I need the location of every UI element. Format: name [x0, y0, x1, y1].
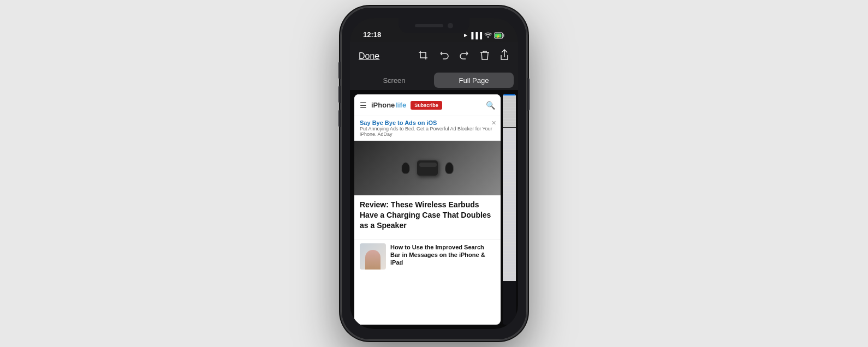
- small-thumbnail: [360, 243, 386, 270]
- svg-rect-1: [503, 34, 504, 37]
- delete-icon[interactable]: [480, 50, 490, 63]
- toolbar-icons: [418, 49, 509, 64]
- battery-icon: ⚡: [494, 32, 505, 39]
- hamburger-icon[interactable]: ☰: [360, 101, 367, 110]
- article-preview: ☰ iPhone life Subscribe 🔍 Say Bye Bye to…: [354, 94, 501, 325]
- ad-close-icon[interactable]: ✕: [491, 119, 496, 127]
- logo-life: life: [396, 101, 406, 109]
- tabs-bar: Screen Full Page: [350, 70, 518, 90]
- earbud-case: [417, 160, 438, 176]
- sidebar-thumb-content-2: [503, 128, 516, 281]
- sidebar-thumb-bottom: [503, 128, 516, 281]
- ad-title: Say Bye Bye to Ads on iOS: [360, 119, 495, 126]
- phone-screen: 12:18 ▸ ▐▐▐ ⚡: [350, 18, 518, 329]
- notch: [399, 18, 469, 33]
- share-icon[interactable]: [500, 49, 509, 64]
- article-image: [354, 141, 501, 195]
- earbud-right: [445, 162, 454, 174]
- small-headline: How to Use the Improved Search Bar in Me…: [390, 243, 495, 267]
- done-button[interactable]: Done: [359, 51, 379, 61]
- small-article-text: How to Use the Improved Search Bar in Me…: [390, 243, 495, 267]
- location-icon: ▸: [464, 32, 467, 39]
- article-header: ☰ iPhone life Subscribe 🔍: [354, 94, 501, 116]
- undo-icon[interactable]: [438, 50, 449, 63]
- svg-text:⚡: ⚡: [496, 33, 501, 38]
- wifi-icon: [484, 32, 492, 39]
- article-headline: Review: These Wireless Earbuds Have a Ch…: [360, 200, 495, 231]
- subscribe-button[interactable]: Subscribe: [411, 101, 442, 110]
- ad-subtitle: Put Annoying Ads to Bed. Get a Powerful …: [360, 126, 495, 137]
- small-article-row: How to Use the Improved Search Bar in Me…: [354, 240, 501, 273]
- site-logo: iPhone life: [371, 101, 406, 109]
- sidebar-thumbnail-strip: [503, 94, 516, 325]
- screenshot-toolbar: Done: [350, 42, 518, 70]
- tab-fullpage[interactable]: Full Page: [434, 73, 514, 88]
- status-icons: ▸ ▐▐▐ ⚡: [464, 32, 505, 39]
- search-icon[interactable]: 🔍: [486, 101, 495, 110]
- logo-iphone: iPhone: [371, 101, 395, 109]
- earbud-left: [401, 162, 410, 174]
- sidebar-thumb-content: [503, 94, 516, 127]
- phone-frame: 12:18 ▸ ▐▐▐ ⚡: [341, 7, 527, 340]
- earbuds-visual: [401, 160, 454, 176]
- signal-icon: ▐▐▐: [469, 32, 482, 39]
- sidebar-thumb-top[interactable]: [503, 94, 516, 127]
- front-camera: [448, 23, 453, 28]
- ad-banner: Say Bye Bye to Ads on iOS Put Annoying A…: [354, 116, 501, 141]
- tab-screen[interactable]: Screen: [354, 73, 434, 88]
- person-image: [365, 250, 381, 270]
- sidebar-highlight: [503, 94, 516, 95]
- speaker-grille: [415, 24, 443, 27]
- redo-icon[interactable]: [459, 50, 470, 63]
- content-area: ☰ iPhone life Subscribe 🔍 Say Bye Bye to…: [350, 90, 518, 329]
- crop-icon[interactable]: [418, 50, 429, 63]
- article-text-area: Review: These Wireless Earbuds Have a Ch…: [354, 195, 501, 240]
